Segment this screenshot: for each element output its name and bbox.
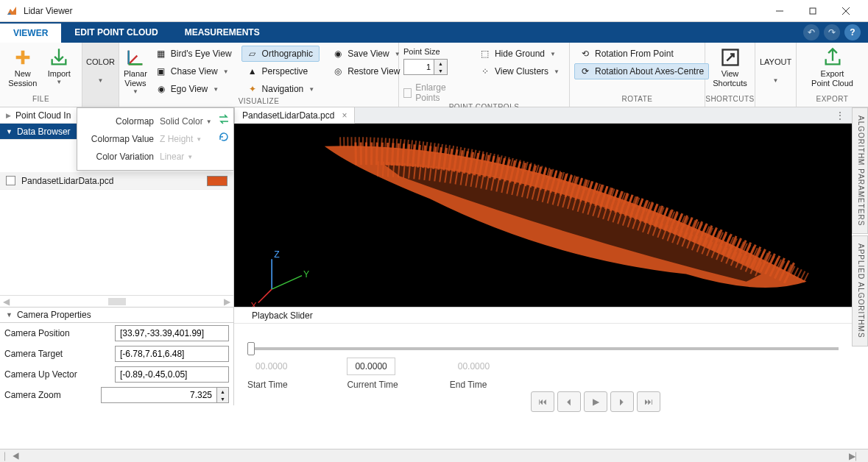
skip-start-button[interactable]: ⏮ (531, 391, 554, 412)
point-size-spinner[interactable]: ▲▼ (403, 59, 448, 75)
chevron-down-icon: ▼ (308, 86, 314, 93)
colormap-value-label: Colormap Value (85, 134, 154, 144)
layout-dropdown-button[interactable]: LAYOUT ▼ (760, 46, 791, 84)
window-title: Lidar Viewer (24, 6, 72, 16)
slider-thumb[interactable] (247, 342, 255, 355)
color-dropdown-popup: Colormap Solid Color▼ Colormap Value Z H… (77, 107, 234, 171)
close-button[interactable] (829, 0, 862, 22)
chevron-down-icon: ▼ (6, 311, 13, 319)
reset-colors-button[interactable] (217, 130, 230, 143)
spin-down-icon[interactable]: ▼ (434, 67, 447, 74)
group-label-shortcuts: SHORTCUTS (705, 95, 755, 107)
planar-views-button[interactable]: Planar Views ▼ (124, 46, 147, 95)
perspective-button[interactable]: ▲Perspective (241, 63, 320, 79)
camera-icon: ▣ (155, 65, 167, 77)
help-button[interactable]: ? (844, 24, 861, 40)
import-button[interactable]: Import ▼ (41, 46, 78, 85)
save-view-button[interactable]: ◉Save View▼ (327, 46, 405, 62)
spin-up-icon[interactable]: ▲ (434, 60, 447, 67)
camera-properties-panel: ▼Camera Properties Camera Position Camer… (0, 307, 234, 405)
tab-viewer[interactable]: VIEWER (0, 22, 61, 43)
file-row[interactable]: PandasetLidarData.pcd (0, 172, 233, 190)
spin-up-icon[interactable]: ▲ (217, 388, 228, 395)
end-time-label: End Time (450, 380, 487, 390)
play-button[interactable]: ▶ (584, 391, 607, 412)
minimize-button[interactable] (763, 0, 796, 22)
maximize-button[interactable] (796, 0, 829, 22)
point-size-input[interactable] (404, 60, 434, 74)
chevron-down-icon: ▼ (133, 88, 138, 95)
enlarge-points-checkbox[interactable]: Enlarge Points (403, 82, 464, 103)
navigation-button[interactable]: ✦Navigation▼ (241, 81, 320, 97)
skip-end-button[interactable]: ⏭ (637, 391, 660, 412)
colormap-value-select: Z Height▼ (160, 134, 202, 144)
status-bar: ⎸◀ ▶⎸ (0, 449, 868, 462)
new-session-button[interactable]: New Session (4, 46, 41, 88)
svg-line-10 (258, 289, 272, 302)
rotation-about-axes-centre-button[interactable]: ⟳Rotation About Axes-Centre (574, 63, 709, 79)
plus-icon (13, 47, 33, 68)
viewport-tabs: PandasetLidarData.pcd × ⋮ (234, 107, 852, 124)
group-label-file: FILE (0, 95, 82, 107)
panel-collapse-left-icon[interactable]: ⎸◀ (4, 451, 20, 461)
svg-rect-1 (810, 8, 816, 14)
export-icon (822, 47, 843, 68)
camera-zoom-input[interactable] (102, 388, 216, 402)
rotate-axes-icon: ⟳ (579, 65, 591, 77)
ribbon-toolbar: New Session Import ▼ FILE COLOR ▼ Planar… (0, 43, 868, 107)
camera-position-input[interactable] (116, 328, 228, 338)
chevron-down-icon: ▼ (196, 136, 202, 143)
view-shortcuts-button[interactable]: View Shortcuts (710, 46, 750, 88)
camera-up-vector-input[interactable] (116, 369, 228, 380)
tab-menu-button[interactable]: ⋮ (828, 107, 852, 123)
file-checkbox[interactable] (6, 176, 15, 185)
chevron-down-icon: ▼ (98, 77, 104, 84)
viewport-tab[interactable]: PandasetLidarData.pcd × (234, 107, 355, 124)
tab-edit-point-cloud[interactable]: EDIT POINT CLOUD (61, 22, 171, 43)
swap-colors-button[interactable] (217, 113, 230, 126)
export-point-cloud-button[interactable]: Export Point Cloud (805, 46, 860, 88)
step-forward-button[interactable]: ⏵ (610, 391, 634, 412)
camera-properties-header[interactable]: ▼Camera Properties (0, 307, 233, 323)
view-clusters-button[interactable]: ⁘View Clusters▼ (474, 63, 565, 79)
undo-button[interactable]: ↶ (803, 24, 819, 40)
camera-position-label: Camera Position (4, 328, 115, 338)
point-size-label: Point Size (403, 47, 464, 56)
birds-eye-view-button[interactable]: ▦Bird's Eye View (150, 46, 237, 62)
chase-view-button[interactable]: ▣Chase View▼ (150, 63, 237, 79)
close-tab-icon[interactable]: × (342, 110, 347, 121)
shortcut-icon (720, 47, 741, 68)
chevron-down-icon: ▼ (213, 86, 219, 93)
camera-target-input[interactable] (116, 349, 228, 359)
playback-panel: Playback Slider 00.0000Start Time 00.000… (234, 307, 852, 449)
chevron-right-icon: ▶ (6, 112, 11, 119)
current-time-input[interactable]: 00.0000 (347, 358, 395, 375)
hide-ground-button[interactable]: ⬚Hide Ground▼ (474, 46, 565, 62)
point-cloud-viewport[interactable]: Z Y X (234, 124, 852, 307)
side-tab-applied-algorithms[interactable]: APPLIED ALGORITHMS (852, 235, 868, 346)
colormap-select[interactable]: Solid Color▼ (160, 116, 212, 127)
clusters-icon: ⁘ (479, 65, 491, 77)
redo-button[interactable]: ↷ (824, 24, 840, 40)
horizontal-scrollbar[interactable]: ◀▶ (0, 295, 233, 307)
rotation-from-point-button[interactable]: ⟲Rotation From Point (574, 46, 709, 62)
restore-view-button[interactable]: ◎Restore View (327, 63, 405, 79)
tab-measurements[interactable]: MEASUREMENTS (172, 22, 273, 43)
file-name: PandasetLidarData.pcd (21, 176, 113, 186)
color-variation-select: Linear▼ (160, 152, 193, 162)
color-dropdown-button[interactable]: COLOR ▼ (86, 46, 115, 84)
cube-icon: ◉ (155, 83, 167, 95)
ego-view-button[interactable]: ◉Ego View▼ (150, 81, 237, 97)
ortho-icon: ▱ (247, 48, 258, 60)
orthographic-button[interactable]: ▱Orthographic (241, 46, 320, 62)
playback-slider[interactable] (247, 347, 839, 350)
left-panel: ▶Point Cloud In ▼Data Browser Colormap S… (0, 107, 234, 307)
group-label-export: EXPORT (797, 95, 868, 107)
step-back-button[interactable]: ⏴ (557, 391, 581, 412)
color-swatch[interactable] (207, 176, 227, 186)
chevron-down-icon: ▼ (550, 51, 556, 57)
side-tab-algorithm-parameters[interactable]: ALGORITHM PARAMETERS (852, 107, 868, 234)
panel-collapse-right-icon[interactable]: ▶⎸ (849, 451, 864, 461)
spin-down-icon[interactable]: ▼ (217, 395, 228, 402)
grid-icon: ▦ (155, 48, 167, 60)
